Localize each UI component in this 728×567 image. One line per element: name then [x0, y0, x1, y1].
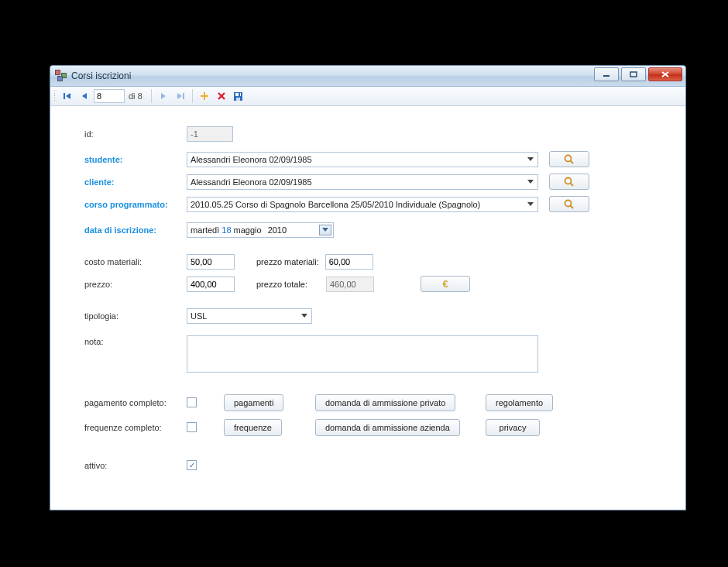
nav-prev-button[interactable]: [77, 88, 92, 104]
studente-value: Alessandri Eleonora 02/09/1985: [191, 155, 312, 164]
attivo-label: attivo:: [84, 461, 187, 470]
svg-point-19: [565, 155, 572, 161]
prezzo-label: prezzo:: [84, 280, 187, 289]
svg-marker-18: [527, 157, 534, 161]
nav-delete-button[interactable]: [214, 88, 229, 104]
cliente-search-button[interactable]: [549, 174, 589, 190]
svg-point-22: [565, 177, 572, 184]
prezzo-materiali-field[interactable]: [325, 254, 373, 270]
form-content: id: studente: Alessandri Eleonora 02/09/…: [50, 106, 685, 510]
calendar-icon: [319, 225, 331, 235]
svg-marker-8: [177, 93, 182, 99]
euro-button[interactable]: €: [421, 276, 470, 292]
svg-point-25: [565, 200, 572, 206]
frequenze-completo-label: frequenze completo:: [84, 423, 187, 432]
id-field: [187, 126, 233, 142]
nav-save-button[interactable]: [231, 88, 246, 104]
pagamenti-button[interactable]: pagamenti: [224, 394, 283, 411]
tipologia-combo[interactable]: USL: [187, 308, 312, 324]
maximize-button[interactable]: [621, 67, 646, 81]
window-title: Corsi iscrizioni: [71, 70, 131, 81]
cliente-label: cliente:: [84, 177, 187, 187]
prezzo-field[interactable]: [187, 277, 235, 292]
chevron-down-icon: [524, 199, 536, 210]
privacy-button[interactable]: privacy: [486, 419, 540, 436]
nav-first-button[interactable]: [60, 88, 75, 104]
frequenze-button[interactable]: frequenze: [224, 419, 282, 436]
search-icon: [564, 154, 575, 165]
pagamento-completo-checkbox[interactable]: [187, 397, 197, 407]
costo-materiali-label: costo materiali:: [84, 257, 187, 266]
frequenze-completo-checkbox[interactable]: [187, 422, 197, 432]
svg-marker-28: [301, 314, 307, 318]
toolbar-grip: [53, 90, 57, 102]
svg-rect-11: [201, 95, 208, 97]
navigator-toolbar: di 8: [50, 87, 685, 106]
svg-rect-17: [239, 93, 240, 96]
chevron-down-icon: [524, 154, 536, 165]
svg-rect-4: [64, 93, 65, 99]
close-button[interactable]: [648, 67, 682, 81]
tipologia-value: USL: [191, 311, 207, 321]
search-icon: [564, 199, 575, 210]
studente-combo[interactable]: Alessandri Eleonora 02/09/1985: [187, 152, 538, 167]
id-label: id:: [84, 129, 187, 139]
corso-combo[interactable]: 2010.05.25 Corso di Spagnolo Barcellona …: [187, 197, 538, 212]
corso-label: corso programmato:: [84, 200, 187, 209]
cliente-value: Alessandri Eleonora 02/09/1985: [191, 177, 312, 187]
attivo-checkbox[interactable]: ✓: [187, 460, 197, 470]
svg-marker-6: [82, 93, 87, 99]
nav-add-button[interactable]: [197, 88, 212, 104]
studente-label: studente:: [84, 155, 187, 164]
prezzo-totale-label: prezzo totale:: [256, 280, 320, 289]
corso-search-button[interactable]: [549, 196, 589, 212]
corso-value: 2010.05.25 Corso di Spagnolo Barcellona …: [191, 200, 480, 209]
regolamento-button[interactable]: regolamento: [486, 394, 553, 411]
prezzo-totale-field: [326, 277, 374, 292]
titlebar: Corsi iscrizioni: [50, 66, 685, 87]
svg-marker-21: [527, 180, 534, 184]
costo-materiali-field[interactable]: [187, 254, 235, 270]
prezzo-materiali-label: prezzo materiali:: [256, 257, 319, 266]
svg-line-20: [571, 160, 574, 163]
minimize-button[interactable]: [594, 67, 619, 81]
svg-rect-1: [630, 72, 637, 77]
svg-marker-24: [527, 202, 534, 206]
svg-line-26: [571, 205, 574, 208]
nav-last-button[interactable]: [173, 88, 188, 104]
nota-field[interactable]: [187, 335, 538, 373]
search-icon: [564, 177, 575, 187]
domanda-privato-button[interactable]: domanda di ammissione privato: [315, 394, 455, 411]
svg-marker-7: [161, 93, 166, 99]
chevron-down-icon: [298, 311, 310, 321]
svg-marker-27: [322, 228, 328, 232]
nav-next-button[interactable]: [156, 88, 171, 104]
app-icon: [55, 70, 67, 82]
tipologia-label: tipologia:: [84, 311, 187, 321]
studente-search-button[interactable]: [549, 151, 589, 167]
nota-label: nota:: [84, 335, 187, 346]
svg-line-23: [571, 183, 574, 186]
pagamento-completo-label: pagamento completo:: [84, 398, 187, 407]
data-iscrizione-picker[interactable]: martedì 18 maggio 2010: [187, 222, 334, 238]
svg-rect-9: [183, 93, 184, 99]
domanda-azienda-button[interactable]: domanda di ammissione azienda: [315, 419, 460, 436]
data-iscrizione-label: data di iscrizione:: [84, 225, 187, 235]
chevron-down-icon: [524, 177, 536, 187]
svg-marker-5: [66, 93, 70, 99]
nav-total-label: di 8: [129, 91, 143, 101]
euro-icon: €: [442, 278, 448, 290]
svg-rect-16: [236, 98, 240, 101]
cliente-combo[interactable]: Alessandri Eleonora 02/09/1985: [187, 174, 538, 190]
nav-position-input[interactable]: [94, 89, 125, 103]
window: Corsi iscrizioni di 8: [50, 65, 686, 510]
